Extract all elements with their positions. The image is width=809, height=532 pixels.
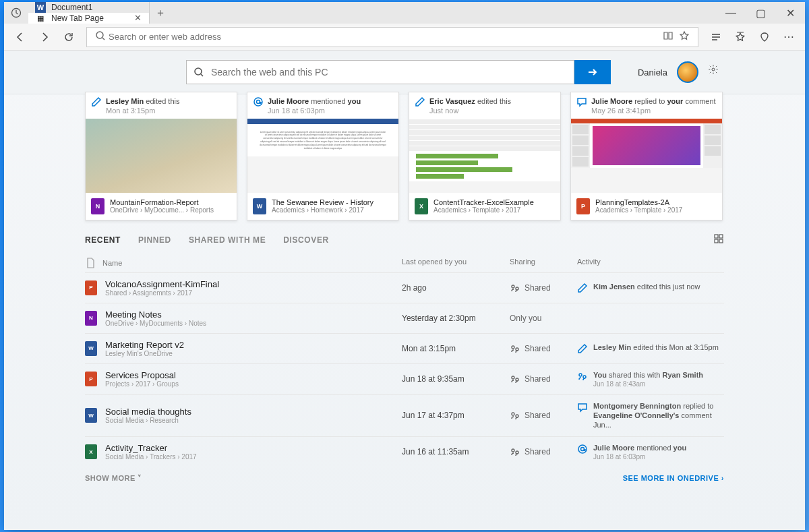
activity-text: Montgomery Bennington replied to Evangel… xyxy=(593,401,724,430)
browser-tab[interactable]: WDocument1 xyxy=(28,2,150,13)
hub-button[interactable] xyxy=(705,26,727,48)
col-activity: Activity xyxy=(577,258,724,268)
activity-card[interactable]: Julie Moore mentioned you Jun 18 at 6:03… xyxy=(247,92,399,220)
browser-tab[interactable]: ▦New Tab Page✕ xyxy=(28,13,150,24)
activity-text: You shared this with Ryan SmithJun 18 at… xyxy=(593,370,703,388)
card-activity-text: Julie Moore replied to your comment May … xyxy=(591,96,716,116)
svg-point-20 xyxy=(512,449,514,452)
file-path: OneDrive › MyDocuments › Notes xyxy=(105,320,206,327)
refresh-button[interactable] xyxy=(58,26,80,48)
search-box[interactable] xyxy=(186,60,574,84)
last-opened: 2h ago xyxy=(402,283,510,293)
comment-icon xyxy=(576,96,587,107)
maximize-button[interactable]: ▢ xyxy=(746,2,775,24)
forward-button[interactable] xyxy=(34,26,55,48)
list-tab-recent[interactable]: RECENT xyxy=(85,233,121,247)
card-preview xyxy=(571,119,722,193)
search-icon xyxy=(92,30,109,44)
file-row[interactable]: X Activity_Tracker Social Media › Tracke… xyxy=(85,436,724,467)
last-opened: Jun 18 at 9:35am xyxy=(402,374,510,384)
file-name: PlanningTemplates-2A xyxy=(595,198,682,206)
activity-card[interactable]: Eric Vasquez edited this Just now X Cont… xyxy=(409,92,561,220)
edit-icon xyxy=(577,283,588,293)
activity-cards: Lesley Min edited this Mon at 3:15pm N M… xyxy=(4,92,805,220)
new-tab-button[interactable]: ＋ xyxy=(150,2,171,24)
svg-rect-9 xyxy=(719,239,723,243)
file-path: Social Media › Research xyxy=(105,417,191,424)
last-opened: Jun 16 at 11:35am xyxy=(402,447,510,456)
activity-text: Lesley Min edited this Mon at 3:15pm xyxy=(593,343,719,352)
more-button[interactable]: ⋯ xyxy=(778,26,800,48)
last-opened: Jun 17 at 4:37pm xyxy=(402,411,510,420)
file-row[interactable]: P VolcanoAssignment-KimFinal Shared › As… xyxy=(85,272,724,303)
list-tab-shared-with-me[interactable]: SHARED WITH ME xyxy=(189,233,266,247)
titlebar: WDocument1▦New Tab Page✕ ＋ ― ▢ ✕ xyxy=(4,2,805,24)
card-preview xyxy=(86,119,237,193)
tab-close-icon[interactable]: ✕ xyxy=(133,13,142,23)
favorite-icon[interactable] xyxy=(676,30,692,44)
file-type-icon: P xyxy=(576,198,590,214)
svg-point-16 xyxy=(579,374,582,376)
file-name: MountainFormation-Report xyxy=(110,198,214,206)
show-more-button[interactable]: SHOW MORE ˅ xyxy=(85,474,142,483)
navbar: ⋯ xyxy=(4,24,805,51)
file-type-icon: W xyxy=(253,198,266,214)
edit-icon xyxy=(415,96,425,107)
file-row[interactable]: W Social media thoughts Social Media › R… xyxy=(85,394,724,436)
grid-view-icon[interactable] xyxy=(713,233,724,246)
file-row[interactable]: P Services Proposal Projects › 2017 › Gr… xyxy=(85,363,724,394)
edit-icon xyxy=(91,96,102,107)
svg-point-1 xyxy=(96,32,103,38)
mention-icon xyxy=(577,444,588,454)
file-path: Lesley Min's OneDrive xyxy=(105,350,184,357)
sharing-status: Shared xyxy=(510,446,577,457)
file-icon xyxy=(85,258,96,268)
tab-label: New Tab Page xyxy=(51,13,133,23)
svg-point-14 xyxy=(512,376,514,379)
address-input[interactable] xyxy=(109,32,660,42)
file-type-icon: N xyxy=(85,311,97,326)
settings-gear-icon[interactable] xyxy=(708,64,724,80)
svg-point-10 xyxy=(512,285,514,288)
file-name: Activity_Tracker xyxy=(105,443,197,453)
avatar[interactable] xyxy=(677,61,698,83)
comment-icon xyxy=(577,402,588,413)
list-header: Name Last opened by you Sharing Activity xyxy=(85,248,724,272)
file-path: Academics › Template › 2017 xyxy=(595,206,682,214)
file-row[interactable]: N Meeting Notes OneDrive › MyDocuments ›… xyxy=(85,303,724,333)
file-row[interactable]: W Marketing Report v2 Lesley Min's OneDr… xyxy=(85,333,724,363)
search-row: Daniela xyxy=(4,51,805,94)
history-icon[interactable] xyxy=(4,2,28,24)
file-type-icon: N xyxy=(91,198,104,214)
activity-card[interactable]: Lesley Min edited this Mon at 3:15pm N M… xyxy=(85,92,237,220)
file-name: Marketing Report v2 xyxy=(105,340,184,350)
file-name: VolcanoAssignment-KimFinal xyxy=(105,279,219,289)
search-submit-button[interactable] xyxy=(574,60,611,84)
address-bar[interactable] xyxy=(86,27,698,47)
list-tab-discover[interactable]: DISCOVER xyxy=(283,233,328,247)
file-type-icon: X xyxy=(415,198,428,214)
user-name[interactable]: Daniela xyxy=(638,67,667,78)
file-name: Meeting Notes xyxy=(105,309,206,320)
search-input[interactable] xyxy=(211,67,567,78)
svg-rect-7 xyxy=(719,235,723,238)
card-preview: Lorem ipsum dolor sit amet consectetur a… xyxy=(247,119,398,193)
see-more-onedrive-link[interactable]: SEE MORE IN ONEDRIVE › xyxy=(623,474,724,483)
sharing-status: Shared xyxy=(510,283,577,293)
edit-icon xyxy=(577,343,588,354)
tab-label: Document1 xyxy=(51,3,142,12)
file-type-icon: W xyxy=(85,341,97,356)
close-button[interactable]: ✕ xyxy=(775,2,805,24)
file-name: ContentTracker-ExcelExample xyxy=(433,198,534,206)
col-sharing: Sharing xyxy=(510,258,577,268)
notes-button[interactable] xyxy=(754,26,775,48)
list-tab-pinned[interactable]: PINNED xyxy=(138,233,171,247)
favorites-button[interactable] xyxy=(729,26,751,48)
minimize-button[interactable]: ― xyxy=(716,2,746,24)
activity-card[interactable]: Julie Moore replied to your comment May … xyxy=(570,92,723,220)
back-button[interactable] xyxy=(9,26,31,48)
file-type-icon: P xyxy=(85,372,97,386)
reading-view-icon[interactable] xyxy=(660,30,676,44)
svg-point-18 xyxy=(512,413,514,415)
file-name: Services Proposal xyxy=(105,370,179,380)
